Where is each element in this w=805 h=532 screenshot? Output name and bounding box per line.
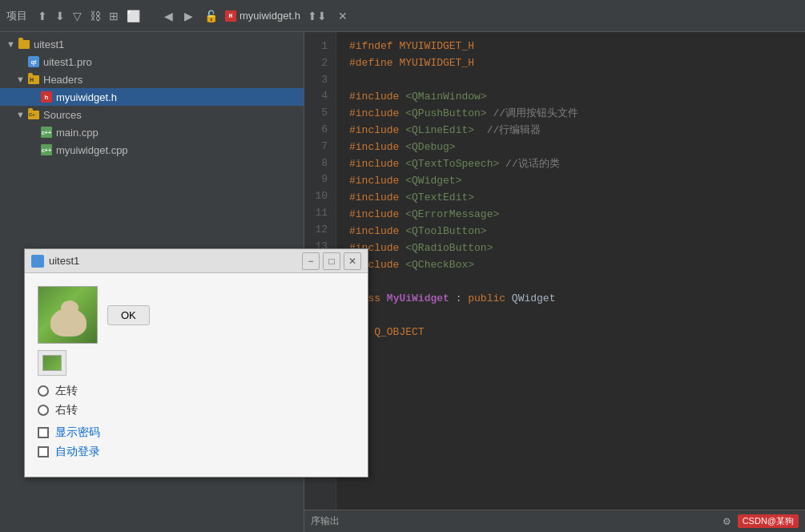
code-line-6: #include <QLineEdit> //行编辑器	[349, 123, 792, 139]
tree-item-pro[interactable]: ▼ qt uitest1.pro	[0, 53, 304, 71]
ok-button[interactable]: OK	[107, 305, 150, 325]
top-toolbar: 项目 ⬆ ⬇ ▽ ⛓ ⊞ ⬜ ◀ ▶ 🔓 H myuiwidget.h ⬆⬇ ✕	[0, 0, 805, 32]
checkbox-group: 显示密码 自动登录	[38, 425, 355, 459]
code-line-4: #include <QMainWindow>	[349, 89, 792, 106]
code-line-8: #include <QTextToSpeech> //说话的类	[349, 156, 792, 173]
tree-label-main-cpp: main.cpp	[56, 127, 99, 139]
code-line-11: #include <QErrorMessage>	[349, 207, 792, 224]
csdn-badge: CSDN@某狗	[738, 514, 799, 528]
folder-arrow-root: ▼	[6, 39, 16, 49]
radio-right-turn[interactable]: 右转	[38, 403, 355, 417]
code-line-9: #include <QWidget>	[349, 173, 792, 190]
output-label: 序输出	[311, 514, 340, 528]
toolbar-filter-btn[interactable]: ▽	[69, 8, 86, 24]
folder-icon-root	[18, 38, 30, 50]
tree-item-main-cpp[interactable]: ▼ c++ main.cpp	[0, 123, 304, 141]
code-line-15	[349, 274, 792, 291]
checkbox-label-password: 显示密码	[55, 425, 100, 440]
tree-item-headers[interactable]: ▼ H Headers	[0, 71, 304, 88]
win-titlebar: uitest1 − □ ✕	[25, 249, 368, 273]
folder-icon-headers: H	[27, 73, 40, 86]
code-line-7: #include <QDebug>	[349, 139, 792, 156]
code-line-16: class MyUiWidget : public QWidget	[349, 291, 792, 308]
toolbar-btn-1[interactable]: ⬆	[34, 8, 51, 24]
radio-label-right: 右转	[55, 403, 78, 417]
toolbar-img-btn[interactable]: ⬜	[123, 8, 144, 24]
dog-row: OK	[38, 286, 355, 344]
status-gear-icon: ⚙	[722, 516, 731, 527]
tree-label-myuiwidget-cpp: myuiwidget.cpp	[56, 144, 128, 156]
tree-item-myuiwidget-h[interactable]: ▼ h myuiwidget.h	[0, 88, 304, 106]
code-area[interactable]: 12345 678910 1112131415 161718 #ifndef M…	[304, 32, 805, 510]
nav-forward-btn[interactable]: ▶	[180, 8, 197, 24]
dog-image	[38, 286, 98, 344]
tree-label-pro: uitest1.pro	[43, 56, 92, 68]
code-content: #ifndef MYUIWIDGET_H #define MYUIWIDGET_…	[336, 32, 805, 510]
tab-arrows-btn[interactable]: ⬆⬇	[304, 8, 331, 24]
radio-label-left: 左转	[55, 384, 78, 398]
radio-circle-right	[38, 405, 49, 416]
cpp-icon-main: c++	[40, 126, 53, 139]
active-tab-filename: myuiwidget.h	[239, 10, 300, 22]
code-line-2: #define MYUIWIDGET_H	[349, 55, 792, 72]
win-app-icon	[31, 255, 44, 268]
code-line-14: #include <QCheckBox>	[349, 257, 792, 274]
toolbar-add-btn[interactable]: ⊞	[105, 8, 123, 24]
checkbox-auto-login[interactable]: 自动登录	[38, 445, 355, 459]
code-line-10: #include <QTextEdit>	[349, 190, 792, 207]
right-panel: 12345 678910 1112131415 161718 #ifndef M…	[304, 32, 805, 532]
folder-icon-sources: C+	[27, 108, 40, 121]
code-line-13: #include <QRadioButton>	[349, 240, 792, 257]
win-title-label: uitest1	[49, 255, 302, 267]
code-line-17: {	[349, 308, 792, 324]
checkbox-square-password	[38, 427, 49, 438]
tree-item-sources[interactable]: ▼ C+ Sources	[0, 106, 304, 123]
win-close-btn[interactable]: ✕	[344, 252, 361, 270]
tree-label-sources: Sources	[43, 109, 82, 121]
win-restore-btn[interactable]: □	[323, 252, 340, 270]
checkbox-square-login	[38, 446, 49, 457]
win-minimize-btn[interactable]: −	[302, 252, 320, 270]
win-controls: − □ ✕	[302, 252, 361, 270]
radio-left-turn[interactable]: 左转	[38, 384, 355, 398]
tree-label-headers: Headers	[43, 74, 83, 86]
code-line-3	[349, 72, 792, 89]
tab-close-btn[interactable]: ✕	[334, 8, 352, 24]
nav-back-btn[interactable]: ◀	[160, 8, 177, 24]
radio-circle-left	[38, 385, 49, 397]
tree-label-root: uitest1	[34, 38, 64, 50]
code-line-1: #ifndef MYUIWIDGET_H	[349, 38, 792, 55]
small-icon-button[interactable]	[38, 350, 66, 376]
cpp-icon-widget: c++	[40, 143, 53, 156]
h-icon: h	[40, 91, 53, 103]
project-label: 项目	[6, 9, 27, 23]
status-bar: 序输出 ⚙ CSDN@某狗	[304, 510, 805, 532]
folder-arrow-headers: ▼	[16, 75, 26, 84]
checkbox-label-login: 自动登录	[55, 445, 100, 459]
folder-arrow-sources: ▼	[16, 110, 26, 119]
pro-icon: qt	[27, 55, 40, 68]
toolbar-btn-2[interactable]: ⬇	[51, 8, 69, 24]
code-line-12: #include <QToolButton>	[349, 224, 792, 240]
win-body: OK 左转 右转 显示密码 自动登录	[25, 273, 368, 477]
lock-btn[interactable]: 🔓	[200, 8, 222, 24]
checkbox-show-password[interactable]: 显示密码	[38, 425, 355, 440]
toolbar-link-btn[interactable]: ⛓	[86, 8, 105, 24]
dog-head-shape	[61, 300, 78, 315]
file-tab-icon: H	[225, 10, 236, 22]
tree-item-myuiwidget-cpp[interactable]: ▼ c++ myuiwidget.cpp	[0, 141, 304, 159]
status-bar-right: ⚙ CSDN@某狗	[722, 514, 799, 528]
small-dog-icon	[42, 355, 62, 371]
tree-item-root[interactable]: ▼ uitest1	[0, 35, 304, 53]
code-line-18: Q_OBJECT	[349, 324, 792, 341]
floating-window: uitest1 − □ ✕ OK 左转 右转	[24, 248, 368, 478]
code-line-5: #include <QPushButton> //调用按钮头文件	[349, 106, 792, 123]
tree-label-myuiwidget-h: myuiwidget.h	[56, 91, 117, 103]
radio-group: 左转 右转	[38, 384, 355, 417]
